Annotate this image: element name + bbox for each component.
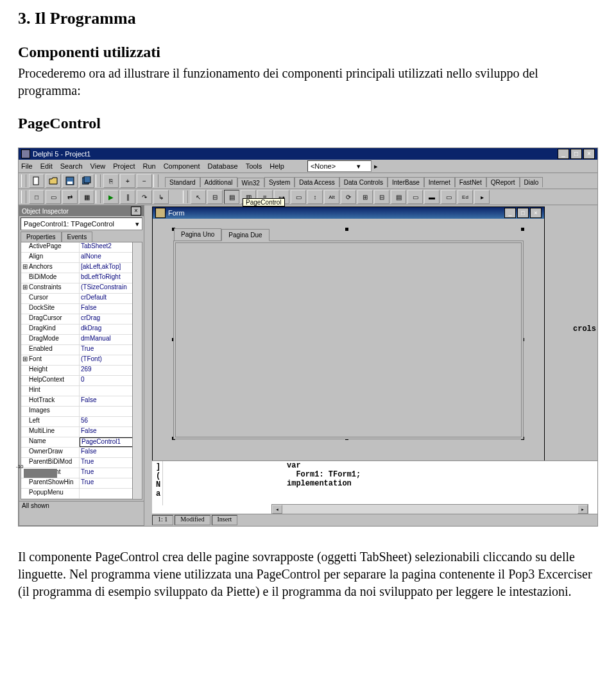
property-row[interactable]: DockSiteFalse: [21, 304, 142, 314]
maximize-button[interactable]: □: [570, 149, 582, 159]
property-row[interactable]: ⊞Constraints(TSizeConstrain: [21, 283, 142, 294]
pagecontrol-component[interactable]: Pagina Uno Pagina Due: [173, 241, 524, 439]
property-row[interactable]: ParentBiDiModTrue: [21, 458, 142, 468]
selection-handle[interactable]: [521, 228, 524, 231]
headercontrol-icon[interactable]: ▭: [407, 190, 423, 204]
tabsheet-client-area[interactable]: [175, 242, 522, 437]
palette-next-icon[interactable]: ▸: [474, 190, 490, 204]
toolbar-icon[interactable]: ▭: [441, 190, 456, 204]
property-row[interactable]: ActivePageTabSheet2: [21, 242, 142, 253]
saveall-icon[interactable]: [79, 174, 94, 188]
hotkey-icon[interactable]: Alt: [324, 190, 339, 204]
svg-rect-2: [67, 181, 73, 184]
tabsheet-pagina-due[interactable]: Pagina Due: [221, 229, 269, 241]
new-form-icon[interactable]: ▦: [79, 190, 94, 204]
open-icon[interactable]: [46, 174, 61, 188]
remove-file-icon[interactable]: −: [137, 174, 152, 188]
toggle-icon[interactable]: ⇄: [62, 190, 78, 204]
oi-tab-events[interactable]: Events: [62, 232, 93, 242]
oi-tab-properties[interactable]: Properties: [21, 232, 62, 242]
form-minimize-button[interactable]: _: [504, 208, 516, 218]
menu-run[interactable]: Run: [142, 162, 155, 170]
tab-interbase[interactable]: InterBase: [388, 177, 424, 187]
pause-icon[interactable]: ‖: [120, 190, 135, 204]
new-icon[interactable]: [29, 174, 44, 188]
menu-component[interactable]: Component: [164, 162, 200, 170]
treeview-icon[interactable]: ⊟: [374, 190, 389, 204]
datetimepicker-icon[interactable]: ⊞: [357, 190, 373, 204]
menu-tools[interactable]: Tools: [246, 162, 262, 170]
run-icon[interactable]: ▶: [103, 190, 119, 204]
updown-icon[interactable]: ↕: [307, 190, 323, 204]
scroll-left-icon[interactable]: ◂: [272, 505, 282, 514]
open-project-icon[interactable]: ⎘: [103, 174, 119, 188]
property-row[interactable]: ParentShowHinTrue: [21, 478, 142, 489]
property-row[interactable]: ⊞Anchors[akLeft,akTop]: [21, 263, 142, 273]
statusbar-icon[interactable]: ▬: [424, 190, 440, 204]
menu-help[interactable]: Help: [270, 162, 284, 170]
property-row[interactable]: BiDiModebdLeftToRight: [21, 273, 142, 283]
menu-file[interactable]: File: [21, 162, 33, 170]
pagecontrol-icon[interactable]: ▤: [224, 190, 239, 204]
tab-datacontrols[interactable]: Data Controls: [339, 177, 388, 187]
property-row[interactable]: HotTrackFalse: [21, 396, 142, 407]
menu-edit[interactable]: Edit: [40, 162, 53, 170]
menu-project[interactable]: Project: [113, 162, 135, 170]
property-row[interactable]: PopupMenu: [21, 489, 142, 499]
form-canvas[interactable]: Pagina Uno Pagina Due: [153, 219, 544, 469]
property-row[interactable]: Images: [21, 407, 142, 417]
tab-standard[interactable]: Standard: [165, 177, 200, 187]
property-row[interactable]: EnabledTrue: [21, 345, 142, 355]
listview-icon[interactable]: ▤: [391, 190, 406, 204]
property-row[interactable]: HelpContext0: [21, 376, 142, 386]
menu-database[interactable]: Database: [208, 162, 238, 170]
oi-close-icon[interactable]: ×: [131, 207, 141, 215]
property-row[interactable]: DragCursorcrDrag: [21, 314, 142, 325]
form-maximize-button[interactable]: □: [517, 208, 529, 218]
form-close-button[interactable]: ×: [530, 208, 542, 218]
property-row[interactable]: DragModedmManual: [21, 335, 142, 345]
property-row[interactable]: AlignalNone: [21, 253, 142, 263]
close-button[interactable]: ×: [583, 149, 595, 159]
tab-internet[interactable]: Internet: [424, 177, 455, 187]
view-form-icon[interactable]: ▭: [46, 190, 61, 204]
selector-icon[interactable]: ↖: [191, 190, 206, 204]
menu-search[interactable]: Search: [60, 162, 83, 170]
oi-component-selector[interactable]: PageControl1: TPageControl ▾: [21, 217, 142, 230]
property-row[interactable]: CursorcrDefault: [21, 294, 142, 304]
view-unit-icon[interactable]: □: [29, 190, 44, 204]
minimize-button[interactable]: _: [558, 149, 569, 159]
step-over-icon[interactable]: ↷: [137, 190, 152, 204]
tab-system[interactable]: System: [264, 177, 295, 187]
property-row[interactable]: Height269: [21, 366, 142, 376]
property-row[interactable]: NamePageControl1: [21, 437, 142, 448]
property-row[interactable]: OwnerDrawFalse: [21, 448, 142, 458]
coolbar-icon[interactable]: Ed: [458, 190, 473, 204]
property-row[interactable]: ⊞Font(TFont): [21, 355, 142, 366]
add-file-icon[interactable]: +: [120, 174, 135, 188]
tabsheet-pagina-uno[interactable]: Pagina Uno: [174, 228, 221, 241]
menu-view[interactable]: View: [90, 162, 106, 170]
progressbar-icon[interactable]: ▭: [291, 190, 306, 204]
selection-handle[interactable]: [345, 228, 348, 231]
tab-dialogs[interactable]: Dialo: [520, 177, 543, 187]
tabcontrol-icon[interactable]: ⊟: [207, 190, 223, 204]
code-hscrollbar[interactable]: ◂ ▸: [271, 504, 588, 514]
tab-win32[interactable]: Win32: [237, 178, 264, 187]
save-icon[interactable]: [62, 174, 78, 188]
property-row[interactable]: DragKinddkDrag: [21, 325, 142, 335]
tab-dataaccess[interactable]: Data Access: [295, 177, 339, 187]
tab-fastnet[interactable]: FastNet: [455, 177, 486, 187]
oi-scrollbar[interactable]: [132, 242, 142, 499]
dropdown-action-icon[interactable]: ▸: [374, 162, 378, 171]
oi-property-list[interactable]: ActivePageTabSheet2AlignalNone⊞Anchors[a…: [21, 242, 142, 500]
property-row[interactable]: Left56: [21, 417, 142, 427]
tab-additional[interactable]: Additional: [200, 177, 237, 187]
property-row[interactable]: Hint: [21, 386, 142, 396]
animate-icon[interactable]: ⟳: [341, 190, 356, 204]
property-row[interactable]: MultiLineFalse: [21, 427, 142, 437]
scroll-right-icon[interactable]: ▸: [578, 505, 588, 514]
step-into-icon[interactable]: ↳: [153, 190, 169, 204]
project-dropdown[interactable]: <None> ▾: [307, 160, 372, 172]
tab-qreport[interactable]: QReport: [486, 177, 520, 187]
